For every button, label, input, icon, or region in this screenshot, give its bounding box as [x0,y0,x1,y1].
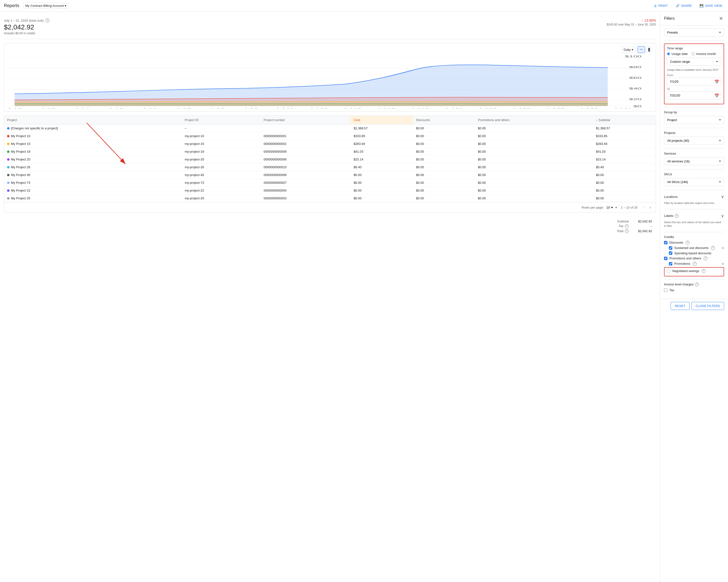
discounts-help-icon[interactable]: ? [686,241,690,245]
main-content: July 1 – 31, 2020 (total cost) ? $2,042.… [0,12,660,582]
divider-9 [664,279,724,280]
locations-hint: Filter by location data like region and … [664,201,724,205]
cost-cell: $0.00 [350,171,413,179]
usage-date-input[interactable] [667,52,670,55]
skus-title: SKUs [664,172,724,176]
locations-collapsible[interactable]: Locations ∨ [664,193,724,200]
tax-checkbox[interactable] [664,288,668,292]
next-page-button[interactable]: › [648,204,653,211]
negotiated-savings-checkbox[interactable] [667,269,670,273]
project-id-cell: my-project-10 [182,132,261,140]
bar-chart-button[interactable]: ▊ [646,46,653,53]
invoice-month-radio[interactable]: Invoice month [692,52,716,56]
rows-per-page-dropdown[interactable]: 10 25 50 [605,205,614,210]
line-chart-button[interactable]: 〜 [638,46,645,53]
share-button[interactable]: 🔗 SHARE [674,2,694,9]
data-table: Project Project ID Project number Cost D… [4,116,656,202]
group-by-dropdown[interactable]: Project [664,116,724,124]
skus-dropdown[interactable]: All SKUs (194) [664,178,724,186]
presets-dropdown[interactable]: Presets [664,28,724,36]
promotions-sub-help-icon[interactable]: ? [693,262,697,266]
save-view-button[interactable]: 💾 SAVE VIEW [698,2,724,9]
subtotal-cell: $41.03 [593,148,656,156]
labels-help-icon[interactable]: ? [675,214,679,218]
bar-chart-icon: ▊ [648,48,651,52]
print-button[interactable]: 🖨 PRINT [652,2,670,9]
close-filters-button[interactable]: CLOSE FILTERS [692,302,724,310]
discounts-cell: $0.00 [413,124,475,132]
project-color-dot [7,197,9,200]
app-title: Reports [4,3,19,8]
cost-cell: $41.03 [350,148,413,156]
rows-chevron: ▾ [615,206,617,209]
rows-per-page-selector: Rows per page: 10 25 50 ▾ [582,205,617,210]
projects-dropdown[interactable]: All projects (40) [664,137,724,145]
project-color-dot [7,135,9,137]
invoice-help-icon[interactable]: ? [695,282,699,286]
subtotal-cell: $1,368.57 [593,124,656,132]
divider-4 [664,148,724,149]
project-cell: My Project 15 [4,140,182,148]
summary-credits: includes $0.00 in credits [4,32,49,35]
project-id-cell: my-project-19 [182,148,261,156]
svg-text:$0: $0 [633,105,641,108]
project-color-dot [7,166,9,168]
pagination-buttons: ‹ › [641,204,653,211]
labels-expand-icon: ∨ [721,213,724,219]
svg-text:Jul 15: Jul 15 [343,108,362,108]
spending-based-checkbox[interactable] [669,251,672,255]
filter-footer: RESET CLOSE FILTERS [660,299,728,313]
negotiated-help-icon[interactable]: ? [702,269,706,273]
promotions-cell: $0.00 [475,179,593,187]
from-date-input[interactable] [667,78,721,86]
usage-hint: Usage data is available since January 20… [667,68,721,72]
sustained-help-icon[interactable]: ? [711,246,715,250]
services-title: Services [664,152,724,155]
sustained-use-checkbox[interactable] [669,246,672,250]
help-icon[interactable]: ? [46,19,49,22]
promotions-checkbox[interactable] [669,262,672,266]
promotions-others-checkbox[interactable] [664,257,668,260]
promotions-help-icon[interactable]: ? [704,256,707,260]
discounts-cell: $0.00 [413,194,475,202]
usage-date-radio[interactable]: Usage date [667,52,688,56]
divider-3 [664,128,724,128]
discounts-checkbox[interactable] [664,241,668,244]
project-number-cell: 0000000000008 [261,171,351,179]
promotions-cell: $0.00 [475,124,593,132]
services-dropdown[interactable]: All services (16) [664,157,724,165]
filters-body: Presets Time range Usage date Invoice mo… [660,26,728,299]
custom-range-dropdown[interactable]: Custom range [667,58,721,66]
chart-type-selector[interactable]: Daily ▾ [621,47,635,53]
labels-hint: Select the key and values of the labels … [664,221,724,228]
cost-cell: $0.00 [350,194,413,202]
cost-cell: $283.94 [350,140,413,148]
col-subtotal: ↓Subtotal [593,116,656,124]
project-id-cell: my-project-45 [182,171,261,179]
project-cell: [Charges not specific to a project] [4,124,182,132]
table-row: My Project 20 my-project-20 000000000000… [4,156,656,163]
filters-close-button[interactable]: ✕ [718,15,724,22]
to-date-input[interactable] [667,91,721,100]
svg-text:$80: $80 [629,66,641,68]
billing-account-selector[interactable]: My Contract Billing Account ▾ [23,3,69,9]
prev-page-button[interactable]: ‹ [641,204,647,211]
invoice-month-input[interactable] [692,52,695,55]
svg-text:Jul 9: Jul 9 [244,108,258,108]
svg-text:$20: $20 [629,98,641,101]
tax-help-icon[interactable]: ? [625,224,629,228]
project-number-cell: 0000000000009 [261,148,351,156]
labels-collapsible[interactable]: Labels ? ∨ [664,212,724,220]
discounts-cell: $0.00 [413,163,475,171]
table-row: [Charges not specific to a project] – $1… [4,124,656,132]
svg-text:Jul 3: Jul 3 [41,108,55,108]
sustained-use-row: Sustained use discounts ? ∧ [669,246,724,250]
total-help-icon[interactable]: ? [625,229,629,233]
project-cell: My Project 20 [4,156,182,163]
reset-button[interactable]: RESET [671,302,689,310]
summary-change-detail: $245.60 over May 31 – June 30, 2020 [607,23,656,26]
subtotal-cell: $15.14 [593,156,656,163]
subtotal-cell: $333.85 [593,132,656,140]
promotions-cell: $0.00 [475,148,593,156]
col-promotions: Promotions and others [475,116,593,124]
